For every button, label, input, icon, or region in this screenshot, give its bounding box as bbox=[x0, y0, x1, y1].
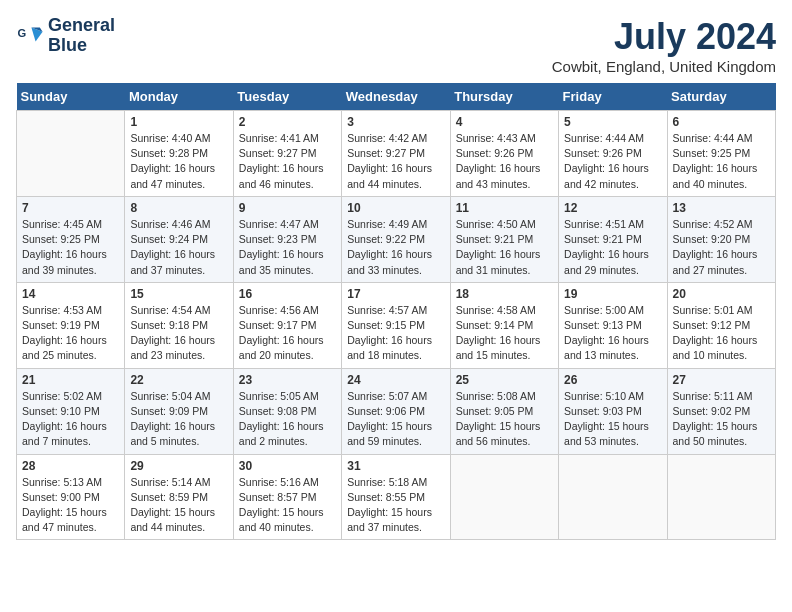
day-info: Sunrise: 5:13 AMSunset: 9:00 PMDaylight:… bbox=[22, 475, 119, 536]
day-number: 27 bbox=[673, 373, 770, 387]
day-number: 30 bbox=[239, 459, 336, 473]
day-number: 7 bbox=[22, 201, 119, 215]
calendar-cell: 19Sunrise: 5:00 AMSunset: 9:13 PMDayligh… bbox=[559, 282, 667, 368]
header-sunday: Sunday bbox=[17, 83, 125, 111]
day-info: Sunrise: 4:54 AMSunset: 9:18 PMDaylight:… bbox=[130, 303, 227, 364]
calendar-week-5: 28Sunrise: 5:13 AMSunset: 9:00 PMDayligh… bbox=[17, 454, 776, 540]
calendar-cell: 30Sunrise: 5:16 AMSunset: 8:57 PMDayligh… bbox=[233, 454, 341, 540]
day-info: Sunrise: 5:14 AMSunset: 8:59 PMDaylight:… bbox=[130, 475, 227, 536]
day-info: Sunrise: 4:42 AMSunset: 9:27 PMDaylight:… bbox=[347, 131, 444, 192]
day-number: 10 bbox=[347, 201, 444, 215]
calendar-week-1: 1Sunrise: 4:40 AMSunset: 9:28 PMDaylight… bbox=[17, 111, 776, 197]
location: Cowbit, England, United Kingdom bbox=[552, 58, 776, 75]
calendar-cell bbox=[559, 454, 667, 540]
day-number: 18 bbox=[456, 287, 553, 301]
calendar-cell: 8Sunrise: 4:46 AMSunset: 9:24 PMDaylight… bbox=[125, 196, 233, 282]
day-number: 14 bbox=[22, 287, 119, 301]
calendar-cell: 14Sunrise: 4:53 AMSunset: 9:19 PMDayligh… bbox=[17, 282, 125, 368]
calendar-cell: 25Sunrise: 5:08 AMSunset: 9:05 PMDayligh… bbox=[450, 368, 558, 454]
day-info: Sunrise: 5:02 AMSunset: 9:10 PMDaylight:… bbox=[22, 389, 119, 450]
day-info: Sunrise: 4:49 AMSunset: 9:22 PMDaylight:… bbox=[347, 217, 444, 278]
day-info: Sunrise: 5:04 AMSunset: 9:09 PMDaylight:… bbox=[130, 389, 227, 450]
calendar-cell: 5Sunrise: 4:44 AMSunset: 9:26 PMDaylight… bbox=[559, 111, 667, 197]
day-number: 25 bbox=[456, 373, 553, 387]
day-info: Sunrise: 4:43 AMSunset: 9:26 PMDaylight:… bbox=[456, 131, 553, 192]
day-info: Sunrise: 5:00 AMSunset: 9:13 PMDaylight:… bbox=[564, 303, 661, 364]
day-info: Sunrise: 5:11 AMSunset: 9:02 PMDaylight:… bbox=[673, 389, 770, 450]
day-info: Sunrise: 4:41 AMSunset: 9:27 PMDaylight:… bbox=[239, 131, 336, 192]
page-header: G General Blue July 2024 Cowbit, England… bbox=[16, 16, 776, 75]
day-number: 15 bbox=[130, 287, 227, 301]
day-number: 9 bbox=[239, 201, 336, 215]
calendar-cell: 12Sunrise: 4:51 AMSunset: 9:21 PMDayligh… bbox=[559, 196, 667, 282]
calendar-cell: 27Sunrise: 5:11 AMSunset: 9:02 PMDayligh… bbox=[667, 368, 775, 454]
day-number: 11 bbox=[456, 201, 553, 215]
calendar-cell: 20Sunrise: 5:01 AMSunset: 9:12 PMDayligh… bbox=[667, 282, 775, 368]
calendar-cell: 18Sunrise: 4:58 AMSunset: 9:14 PMDayligh… bbox=[450, 282, 558, 368]
svg-text:G: G bbox=[17, 27, 26, 39]
calendar-cell: 15Sunrise: 4:54 AMSunset: 9:18 PMDayligh… bbox=[125, 282, 233, 368]
day-number: 19 bbox=[564, 287, 661, 301]
calendar-cell bbox=[450, 454, 558, 540]
day-info: Sunrise: 5:01 AMSunset: 9:12 PMDaylight:… bbox=[673, 303, 770, 364]
header-saturday: Saturday bbox=[667, 83, 775, 111]
day-info: Sunrise: 4:56 AMSunset: 9:17 PMDaylight:… bbox=[239, 303, 336, 364]
day-number: 22 bbox=[130, 373, 227, 387]
day-number: 8 bbox=[130, 201, 227, 215]
day-info: Sunrise: 4:44 AMSunset: 9:26 PMDaylight:… bbox=[564, 131, 661, 192]
calendar-week-4: 21Sunrise: 5:02 AMSunset: 9:10 PMDayligh… bbox=[17, 368, 776, 454]
calendar-cell: 3Sunrise: 4:42 AMSunset: 9:27 PMDaylight… bbox=[342, 111, 450, 197]
day-info: Sunrise: 5:18 AMSunset: 8:55 PMDaylight:… bbox=[347, 475, 444, 536]
month-title: July 2024 bbox=[552, 16, 776, 58]
day-number: 31 bbox=[347, 459, 444, 473]
calendar-cell bbox=[667, 454, 775, 540]
day-number: 20 bbox=[673, 287, 770, 301]
calendar-cell: 23Sunrise: 5:05 AMSunset: 9:08 PMDayligh… bbox=[233, 368, 341, 454]
calendar-cell: 2Sunrise: 4:41 AMSunset: 9:27 PMDaylight… bbox=[233, 111, 341, 197]
day-info: Sunrise: 4:50 AMSunset: 9:21 PMDaylight:… bbox=[456, 217, 553, 278]
day-info: Sunrise: 5:16 AMSunset: 8:57 PMDaylight:… bbox=[239, 475, 336, 536]
day-number: 29 bbox=[130, 459, 227, 473]
day-number: 4 bbox=[456, 115, 553, 129]
day-number: 23 bbox=[239, 373, 336, 387]
calendar-header-row: SundayMondayTuesdayWednesdayThursdayFrid… bbox=[17, 83, 776, 111]
day-info: Sunrise: 4:53 AMSunset: 9:19 PMDaylight:… bbox=[22, 303, 119, 364]
day-info: Sunrise: 4:44 AMSunset: 9:25 PMDaylight:… bbox=[673, 131, 770, 192]
day-info: Sunrise: 4:40 AMSunset: 9:28 PMDaylight:… bbox=[130, 131, 227, 192]
day-number: 26 bbox=[564, 373, 661, 387]
calendar-cell: 22Sunrise: 5:04 AMSunset: 9:09 PMDayligh… bbox=[125, 368, 233, 454]
calendar-cell: 4Sunrise: 4:43 AMSunset: 9:26 PMDaylight… bbox=[450, 111, 558, 197]
day-number: 5 bbox=[564, 115, 661, 129]
calendar-cell: 6Sunrise: 4:44 AMSunset: 9:25 PMDaylight… bbox=[667, 111, 775, 197]
day-info: Sunrise: 5:07 AMSunset: 9:06 PMDaylight:… bbox=[347, 389, 444, 450]
calendar-cell: 7Sunrise: 4:45 AMSunset: 9:25 PMDaylight… bbox=[17, 196, 125, 282]
day-number: 12 bbox=[564, 201, 661, 215]
header-wednesday: Wednesday bbox=[342, 83, 450, 111]
calendar-cell: 17Sunrise: 4:57 AMSunset: 9:15 PMDayligh… bbox=[342, 282, 450, 368]
day-info: Sunrise: 5:10 AMSunset: 9:03 PMDaylight:… bbox=[564, 389, 661, 450]
calendar-cell: 29Sunrise: 5:14 AMSunset: 8:59 PMDayligh… bbox=[125, 454, 233, 540]
header-monday: Monday bbox=[125, 83, 233, 111]
day-number: 24 bbox=[347, 373, 444, 387]
header-friday: Friday bbox=[559, 83, 667, 111]
calendar-cell bbox=[17, 111, 125, 197]
calendar-cell: 10Sunrise: 4:49 AMSunset: 9:22 PMDayligh… bbox=[342, 196, 450, 282]
calendar-cell: 11Sunrise: 4:50 AMSunset: 9:21 PMDayligh… bbox=[450, 196, 558, 282]
day-number: 16 bbox=[239, 287, 336, 301]
day-info: Sunrise: 4:52 AMSunset: 9:20 PMDaylight:… bbox=[673, 217, 770, 278]
calendar-cell: 31Sunrise: 5:18 AMSunset: 8:55 PMDayligh… bbox=[342, 454, 450, 540]
calendar-cell: 13Sunrise: 4:52 AMSunset: 9:20 PMDayligh… bbox=[667, 196, 775, 282]
day-info: Sunrise: 4:51 AMSunset: 9:21 PMDaylight:… bbox=[564, 217, 661, 278]
calendar-week-2: 7Sunrise: 4:45 AMSunset: 9:25 PMDaylight… bbox=[17, 196, 776, 282]
title-area: July 2024 Cowbit, England, United Kingdo… bbox=[552, 16, 776, 75]
day-number: 2 bbox=[239, 115, 336, 129]
day-number: 3 bbox=[347, 115, 444, 129]
header-tuesday: Tuesday bbox=[233, 83, 341, 111]
day-info: Sunrise: 4:58 AMSunset: 9:14 PMDaylight:… bbox=[456, 303, 553, 364]
day-number: 1 bbox=[130, 115, 227, 129]
calendar-cell: 21Sunrise: 5:02 AMSunset: 9:10 PMDayligh… bbox=[17, 368, 125, 454]
day-number: 21 bbox=[22, 373, 119, 387]
logo-text: General Blue bbox=[48, 16, 115, 56]
day-info: Sunrise: 4:45 AMSunset: 9:25 PMDaylight:… bbox=[22, 217, 119, 278]
calendar-cell: 9Sunrise: 4:47 AMSunset: 9:23 PMDaylight… bbox=[233, 196, 341, 282]
